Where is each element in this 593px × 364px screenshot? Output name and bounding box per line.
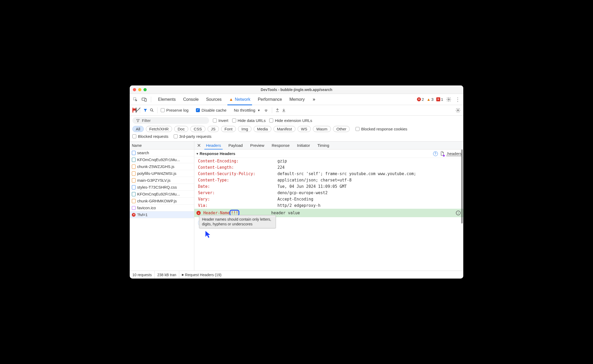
main-tab-sources[interactable]: Sources [202, 94, 225, 105]
settings-icon[interactable] [445, 96, 452, 103]
network-conditions-icon[interactable] [263, 108, 269, 112]
request-name: chunk-Z5WZJGHS.js [137, 164, 174, 169]
main-tab-network[interactable]: ▲Network [225, 94, 254, 105]
blocked-requests-checkbox[interactable]: Blocked requests [132, 134, 168, 139]
disable-cache-checkbox[interactable]: Disable cache [196, 108, 226, 112]
request-list[interactable]: searchKFOmCnqEu92Fr1Mu...chunk-Z5WZJGHS.… [130, 149, 194, 271]
filter-pill-js[interactable]: JS [208, 126, 219, 132]
request-row[interactable]: main-G3PZY5LV.js [130, 177, 194, 184]
detail-tab-payload[interactable]: Payload [225, 142, 246, 149]
warning-icon: ▲ [229, 97, 233, 102]
clear-icon[interactable] [136, 108, 137, 112]
err-file-icon: ✕ [132, 213, 136, 217]
css-file-icon [132, 185, 136, 189]
main-tab-elements[interactable]: Elements [154, 94, 179, 105]
js-file-icon [132, 165, 136, 169]
header-row: Content-Encoding:gzip [194, 158, 463, 164]
response-headers-section[interactable]: ▼ Response Headers ? .headers [194, 149, 463, 158]
minimize-icon[interactable] [138, 88, 141, 91]
header-name: Content-Length: [198, 165, 277, 170]
filter-pill-fetchxhr[interactable]: Fetch/XHR [146, 126, 172, 132]
request-row[interactable]: KFOmCnqEu92Fr1Mu... [130, 156, 194, 163]
separator [151, 97, 151, 102]
preserve-log-checkbox[interactable]: Preserve log [161, 108, 188, 112]
request-headers-section[interactable]: ▶ Request Headers (19) [179, 271, 224, 279]
header-value: Accept-Encoding [277, 197, 313, 202]
filter-pill-other[interactable]: Other [333, 126, 350, 132]
more-menu-icon[interactable]: ⋮ [454, 96, 461, 103]
detail-tab-response[interactable]: Response [268, 142, 293, 149]
invert-checkbox[interactable]: Invert [213, 118, 228, 123]
request-row[interactable]: search [130, 149, 194, 156]
main-tab-performance[interactable]: Performance [254, 94, 286, 105]
request-name: ?lvl=1 [137, 212, 148, 217]
filter-bar: Filter Invert Hide data URLs Hide extens… [130, 116, 463, 142]
upload-har-icon[interactable] [275, 108, 280, 113]
request-row[interactable]: polyfills-UPW4ZMSI.js [130, 170, 194, 177]
js-file-icon [132, 178, 136, 183]
detail-tab-headers[interactable]: Headers [202, 142, 225, 149]
remove-header-icon[interactable]: ✕ [196, 211, 201, 215]
filter-pill-wasm[interactable]: Wasm [313, 126, 331, 132]
transfer-size: 238 kB tran [155, 271, 179, 279]
svg-point-4 [150, 109, 153, 111]
requests-column-header[interactable]: Name [130, 142, 194, 149]
filter-pill-font[interactable]: Font [221, 126, 236, 132]
warning-count: 3 [431, 97, 433, 102]
header-value: default-src 'self'; frame-src youtube.co… [277, 171, 416, 176]
warning-icon: ▲ [426, 97, 430, 102]
info-icon[interactable]: i [456, 211, 461, 215]
filter-pill-css[interactable]: CSS [190, 126, 205, 132]
more-tabs-icon[interactable]: » [311, 96, 317, 103]
close-detail-icon[interactable]: ✕ [195, 143, 202, 148]
main-tab-console[interactable]: Console [179, 94, 203, 105]
hide-extension-urls-checkbox[interactable]: Hide extension URLs [269, 118, 312, 123]
hide-data-urls-checkbox[interactable]: Hide data URLs [232, 118, 266, 123]
main-tab-memory[interactable]: Memory [286, 94, 308, 105]
help-icon[interactable]: ? [433, 151, 438, 156]
traffic-lights [130, 88, 147, 91]
footer-status-bar: 10 requests 238 kB tran ▶ Request Header… [130, 271, 463, 279]
override-file-icon[interactable] [440, 151, 444, 156]
request-row[interactable]: favicon.ico [130, 204, 194, 211]
issue-icon: ✕ [436, 97, 440, 101]
custom-header-value[interactable]: header value [271, 211, 300, 215]
download-har-icon[interactable] [282, 108, 286, 113]
filter-pill-img[interactable]: Img [238, 126, 251, 132]
filter-pill-media[interactable]: Media [254, 126, 271, 132]
custom-header-name[interactable]: Header-Name [203, 211, 230, 215]
header-row: Via:http/2 edgeproxy-h [194, 202, 463, 209]
filter-toggle-icon[interactable] [143, 108, 147, 112]
inspect-icon[interactable] [132, 96, 139, 103]
detail-tab-timing[interactable]: Timing [314, 142, 333, 149]
scrollbar[interactable] [461, 142, 463, 271]
request-row[interactable]: styles-T73CSHRQ.css [130, 184, 194, 191]
js-file-icon [132, 171, 136, 176]
thirdparty-requests-checkbox[interactable]: 3rd-party requests [174, 134, 212, 139]
request-list-panel: Name searchKFOmCnqEu92Fr1Mu...chunk-Z5WZ… [130, 142, 194, 271]
request-row[interactable]: chunk-GRHMKOWP.js [130, 198, 194, 204]
device-toolbar-icon[interactable] [141, 96, 148, 103]
filter-pill-manifest[interactable]: Manifest [273, 126, 295, 132]
blocked-cookies-checkbox[interactable]: Blocked response cookies [356, 127, 407, 131]
close-icon[interactable] [133, 88, 136, 91]
devtools-window: DevTools - bubble-jingle.web.app/search … [130, 85, 463, 279]
zoom-icon[interactable] [143, 88, 147, 91]
status-counts[interactable]: ✕2 ▲3 ✕1 [417, 97, 443, 102]
header-name: Date: [198, 184, 277, 189]
filter-pill-doc[interactable]: Doc [174, 126, 188, 132]
headers-override-link[interactable]: .headers [446, 151, 462, 156]
filter-input[interactable]: Filter [132, 117, 209, 124]
detail-tab-initiator[interactable]: Initiator [293, 142, 314, 149]
network-settings-icon[interactable] [455, 108, 461, 113]
request-row[interactable]: chunk-Z5WZJGHS.js [130, 163, 194, 170]
throttling-select[interactable]: No throttling ▼ [233, 108, 261, 112]
detail-tab-preview[interactable]: Preview [246, 142, 268, 149]
search-icon[interactable] [150, 108, 154, 112]
request-row[interactable]: KFOmCnqEu92Fr1Mu... [130, 191, 194, 198]
request-row[interactable]: ✕?lvl=1 [130, 211, 194, 218]
record-icon[interactable] [132, 108, 133, 112]
error-count: 2 [422, 97, 424, 102]
filter-pill-all[interactable]: All [132, 126, 144, 132]
filter-pill-ws[interactable]: WS [298, 126, 311, 132]
